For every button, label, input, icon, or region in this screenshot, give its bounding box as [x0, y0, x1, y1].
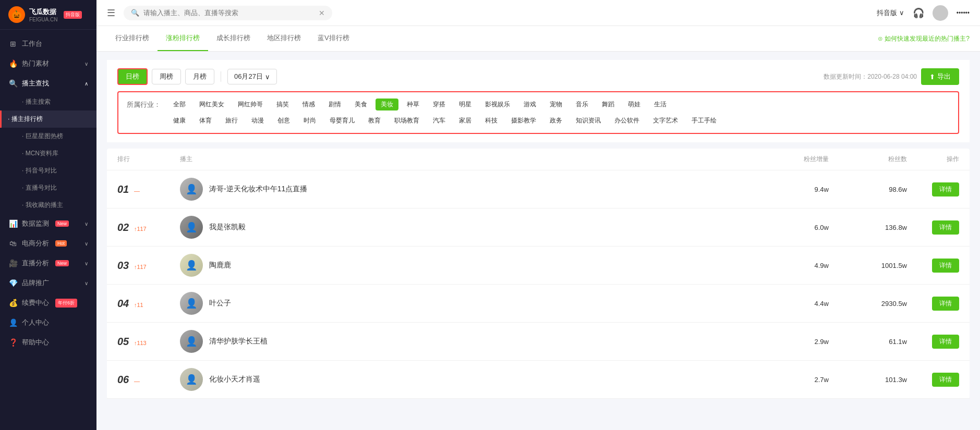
detail-button[interactable]: 详情 [932, 297, 959, 311]
industry-tag-4[interactable]: 情感 [297, 99, 320, 110]
sidebar-item-ecommerce[interactable]: 🛍 电商分析 Hot ∨ [0, 234, 96, 253]
industry-tag-16[interactable]: 生活 [649, 99, 672, 110]
tab-region[interactable]: 地区排行榜 [259, 26, 309, 51]
industry-tag-9[interactable]: 明星 [454, 99, 477, 110]
tab-growth[interactable]: 成长排行榜 [208, 26, 259, 51]
sidebar-item-personal[interactable]: 👤 个人中心 [0, 313, 96, 333]
search-input[interactable] [143, 9, 314, 17]
industry-tag-car[interactable]: 汽车 [428, 115, 451, 127]
sidebar-sub-live-compare[interactable]: · 直播号对比 [0, 179, 96, 196]
platform-selector[interactable]: 抖音版 ∨ [877, 8, 904, 18]
tab-bar: 行业排行榜 涨粉排行榜 成长排行榜 地区排行榜 蓝V排行榜 ⊙ 如何快速发现最近… [96, 26, 980, 52]
industry-tag-7[interactable]: 种草 [402, 99, 425, 110]
industry-tag-tech[interactable]: 科技 [480, 115, 503, 127]
weekly-btn[interactable]: 周榜 [152, 69, 181, 84]
sidebar-item-help[interactable]: ❓ 帮助中心 [0, 333, 96, 352]
chevron-live-icon: ∨ [84, 261, 88, 266]
industry-tag-baby[interactable]: 母婴育儿 [324, 115, 360, 127]
sidebar-nav: ⊞ 工作台 🔥 热门素材 ∨ 🔍 播主查找 ∧ · 播主搜索 · 播主排行榜 ·… [0, 30, 96, 430]
industry-tag-gov[interactable]: 政务 [545, 115, 567, 127]
headphone-icon[interactable]: 🎧 [913, 7, 924, 19]
sidebar-label-personal: 个人中心 [22, 318, 49, 327]
industry-tag-workplace[interactable]: 职场教育 [389, 115, 425, 127]
table-row: 01 — 👤 涛哥-逆天化妆术中午11点直播 9.4w 98.6w 详情 [107, 170, 970, 208]
rank-change: ↑117 [134, 264, 147, 270]
industry-tag-travel[interactable]: 旅行 [220, 115, 243, 127]
search-icon-topbar: 🔍 [131, 9, 139, 17]
industry-tag-health[interactable]: 健康 [168, 115, 191, 127]
industry-tag-home[interactable]: 家居 [454, 115, 477, 127]
sidebar-sub-mcn[interactable]: · MCN资料库 [0, 145, 96, 162]
sidebar-item-live-analysis[interactable]: 🎥 直播分析 New ∨ [0, 253, 96, 273]
tab-fans-growth[interactable]: 涨粉排行榜 [158, 26, 208, 51]
industry-tag-education[interactable]: 教育 [363, 115, 386, 127]
export-button[interactable]: ⬆ 导出 [921, 68, 959, 85]
sidebar-sub-star-hot[interactable]: · 巨星星图热榜 [0, 128, 96, 145]
industry-tag-2[interactable]: 网红帅哥 [233, 99, 268, 110]
industry-tag-1[interactable]: 网红美女 [194, 99, 229, 110]
industry-tag-literature[interactable]: 文字艺术 [648, 115, 683, 127]
industry-tag-14[interactable]: 舞蹈 [597, 99, 620, 110]
industry-tag-8[interactable]: 穿搭 [428, 99, 451, 110]
rank-cell: 03 ↑117 [117, 260, 180, 272]
industry-tag-6[interactable]: 美食 [349, 99, 372, 110]
industry-tag-handicraft[interactable]: 手工手绘 [686, 115, 722, 127]
industry-tag-fashion[interactable]: 时尚 [298, 115, 321, 127]
streamer-info: 👤 我是张凯毅 [180, 216, 751, 239]
industry-tag-anime[interactable]: 动漫 [246, 115, 269, 127]
sidebar-sub-streamer-ranking[interactable]: · 播主排行榜 [0, 110, 96, 128]
main-content: ☰ 🔍 ✕ 抖音版 ∨ 🎧 •••••• 行业排行榜 涨粉排行榜 [96, 0, 980, 430]
rank-change: — [134, 378, 140, 384]
sidebar-item-streamer-search[interactable]: 🔍 播主查找 ∧ [0, 73, 96, 93]
monthly-btn[interactable]: 月榜 [185, 69, 214, 84]
sidebar-item-renewal[interactable]: 💰 续费中心 年付6折 [0, 293, 96, 313]
detail-button[interactable]: 详情 [932, 373, 959, 387]
industry-tag-12[interactable]: 宠物 [545, 99, 567, 110]
industry-tag-5[interactable]: 剧情 [323, 99, 346, 110]
tab-blue-v[interactable]: 蓝V排行榜 [309, 26, 358, 51]
avatar: 👤 [180, 216, 203, 239]
user-avatar[interactable] [933, 5, 948, 21]
sidebar-item-workspace[interactable]: ⊞ 工作台 [0, 34, 96, 54]
industry-tag-makeup[interactable]: 美妆 [376, 99, 398, 110]
industry-tag-sport[interactable]: 体育 [194, 115, 217, 127]
sidebar-sub-streamer-search[interactable]: · 播主搜索 [0, 93, 96, 110]
ecommerce-icon: 🛍 [8, 239, 18, 248]
industry-tag-11[interactable]: 游戏 [518, 99, 541, 110]
search-clear-icon[interactable]: ✕ [319, 9, 325, 17]
detail-button[interactable]: 详情 [932, 220, 959, 235]
tab-help-link[interactable]: ⊙ 如何快速发现最近的热门播主? [878, 34, 970, 43]
tab-industry[interactable]: 行业排行榜 [107, 26, 158, 51]
industry-tag-photo[interactable]: 摄影教学 [506, 115, 541, 127]
detail-button[interactable]: 详情 [932, 182, 959, 196]
industry-tag-all[interactable]: 全部 [168, 99, 191, 110]
action-cell: 详情 [907, 182, 959, 196]
date-selector[interactable]: 06月27日 ∨ [227, 69, 277, 84]
industry-tag-15[interactable]: 萌娃 [623, 99, 646, 110]
industry-tag-13[interactable]: 音乐 [571, 99, 594, 110]
sidebar-item-data-monitor[interactable]: 📊 数据监测 New ∨ [0, 214, 96, 234]
hamburger-button[interactable]: ☰ [107, 7, 115, 19]
industry-tag-10[interactable]: 影视娱乐 [480, 99, 515, 110]
logo-title: 飞瓜数据 [29, 7, 57, 17]
sidebar-item-brand[interactable]: 💎 品牌推广 ∨ [0, 273, 96, 293]
detail-button[interactable]: 详情 [932, 335, 959, 349]
search-box[interactable]: 🔍 ✕ [124, 6, 332, 20]
discount-badge: 年付6折 [55, 299, 77, 308]
col-action: 操作 [907, 155, 959, 164]
industry-tag-office[interactable]: 办公软件 [609, 115, 645, 127]
sidebar-sub-douyin-compare[interactable]: · 抖音号对比 [0, 162, 96, 179]
detail-button[interactable]: 详情 [932, 259, 959, 273]
fans-count-value: 101.3w [829, 376, 907, 384]
streamer-info: 👤 涛哥-逆天化妆术中午11点直播 [180, 178, 751, 201]
sidebar-item-hot-materials[interactable]: 🔥 热门素材 ∨ [0, 54, 96, 73]
sidebar: 🎃 飞瓜数据 FEIGUA.CN 抖音版 ⊞ 工作台 🔥 热门素材 ∨ 🔍 播主… [0, 0, 96, 430]
sidebar-label-ecommerce: 电商分析 [22, 239, 49, 248]
industry-tag-3[interactable]: 搞笑 [271, 99, 294, 110]
daily-btn[interactable]: 日榜 [117, 68, 148, 85]
streamer-name: 涛哥-逆天化妆术中午11点直播 [209, 185, 307, 194]
industry-tag-knowledge[interactable]: 知识资讯 [571, 115, 606, 127]
sidebar-sub-favorites[interactable]: · 我收藏的播主 [0, 196, 96, 214]
logo-badge: 抖音版 [64, 11, 82, 19]
industry-tag-creative[interactable]: 创意 [272, 115, 295, 127]
